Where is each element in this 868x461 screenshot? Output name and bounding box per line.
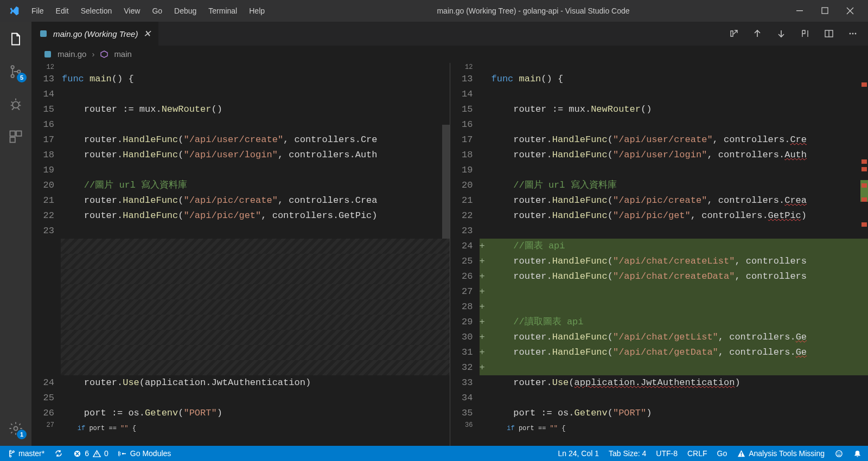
status-sync[interactable] [54, 449, 63, 458]
menu-view[interactable]: View [118, 4, 145, 17]
close-button[interactable] [846, 7, 856, 15]
overview-ruler [859, 63, 868, 446]
breadcrumb-symbol[interactable]: main [114, 49, 132, 59]
diff-modified-pane[interactable]: 1213141516171819202122232425262728293031… [450, 63, 869, 446]
tab-bar: main.go (Working Tree) ✕ [31, 22, 868, 46]
svg-point-14 [852, 33, 854, 35]
sync-icon [54, 449, 63, 458]
status-language[interactable]: Go [717, 449, 727, 458]
status-go-modules[interactable]: Go Modules [118, 449, 171, 458]
status-encoding[interactable]: UTF-8 [656, 449, 678, 458]
symbol-function-icon [100, 50, 108, 59]
scrollbar[interactable] [442, 125, 450, 239]
minimize-button[interactable] [796, 7, 806, 15]
warning-icon [92, 449, 101, 458]
split-editor-icon[interactable] [824, 28, 834, 39]
svg-point-13 [850, 33, 851, 35]
menu-bar: FileEditSelectionViewGoDebugTerminalHelp [26, 4, 270, 17]
window-title: main.go (Working Tree) - golang-api - Vi… [270, 7, 796, 15]
open-changes-icon[interactable] [728, 28, 739, 39]
status-indent[interactable]: Tab Size: 4 [609, 449, 646, 458]
git-branch-icon [7, 449, 15, 458]
title-bar: FileEditSelectionViewGoDebugTerminalHelp… [0, 0, 868, 22]
warning-icon [737, 449, 745, 458]
svg-point-21 [835, 450, 841, 456]
activity-bar: 5 1 [0, 22, 31, 446]
settings-badge: 1 [17, 430, 27, 439]
arrow-down-icon[interactable] [776, 28, 787, 39]
svg-point-15 [855, 33, 857, 35]
svg-rect-6 [10, 131, 15, 136]
diff-original-pane[interactable]: 12131415161718192021222324252627 func ma… [31, 63, 450, 446]
svg-rect-8 [10, 137, 15, 142]
smiley-icon [834, 449, 843, 458]
tab-label: main.go (Working Tree) [53, 29, 138, 39]
svg-point-2 [11, 66, 14, 68]
breadcrumb-file[interactable]: main.go [58, 49, 86, 59]
svg-point-5 [12, 101, 19, 108]
editor-actions [718, 22, 868, 46]
breadcrumb[interactable]: main.go › main [31, 46, 868, 63]
menu-terminal[interactable]: Terminal [203, 4, 242, 17]
window-controls [796, 7, 863, 15]
svg-rect-0 [796, 10, 803, 11]
status-feedback[interactable] [834, 449, 843, 458]
status-cursor[interactable]: Ln 24, Col 1 [558, 449, 599, 458]
debug-icon[interactable] [8, 97, 23, 112]
svg-point-23 [839, 452, 840, 453]
menu-go[interactable]: Go [146, 4, 168, 17]
error-icon [73, 449, 81, 458]
menu-selection[interactable]: Selection [75, 4, 118, 17]
status-problems[interactable]: 6 0 [73, 449, 108, 458]
status-analysis[interactable]: Analysis Tools Missing [737, 449, 825, 458]
broadcast-icon [118, 449, 127, 458]
svg-point-20 [741, 455, 742, 456]
status-eol[interactable]: CRLF [687, 449, 707, 458]
source-control-icon[interactable]: 5 [8, 64, 23, 79]
maximize-button[interactable] [821, 7, 831, 15]
svg-point-9 [14, 427, 18, 431]
more-actions-icon[interactable] [847, 28, 858, 39]
editor-area: main.go (Working Tree) ✕ main.go › [31, 22, 868, 446]
status-notifications[interactable] [853, 449, 861, 458]
bell-icon [853, 449, 861, 458]
explorer-icon[interactable] [8, 31, 23, 47]
settings-gear-icon[interactable]: 1 [8, 421, 23, 436]
status-branch[interactable]: master* [7, 449, 44, 458]
scm-badge: 5 [17, 73, 27, 82]
svg-rect-1 [822, 8, 828, 14]
svg-point-3 [11, 74, 14, 77]
status-bar: master* 6 0 Go Modules Ln 24, Col 1 Tab … [0, 446, 868, 461]
menu-debug[interactable]: Debug [169, 4, 202, 17]
svg-rect-16 [44, 51, 51, 57]
menu-help[interactable]: Help [244, 4, 270, 17]
svg-point-22 [837, 452, 838, 453]
svg-rect-7 [16, 131, 21, 136]
tab-close-icon[interactable]: ✕ [143, 28, 151, 40]
extensions-icon[interactable] [8, 129, 23, 144]
svg-rect-10 [40, 30, 47, 37]
tab-main-go[interactable]: main.go (Working Tree) ✕ [31, 22, 159, 46]
menu-edit[interactable]: Edit [50, 4, 74, 17]
go-file-icon [43, 50, 52, 59]
chevron-right-icon: › [92, 49, 94, 59]
diff-editor: 12131415161718192021222324252627 func ma… [31, 63, 868, 446]
menu-file[interactable]: File [26, 4, 49, 17]
arrow-up-icon[interactable] [752, 28, 763, 39]
go-file-icon [39, 29, 48, 38]
whitespace-icon[interactable] [800, 28, 810, 39]
vscode-logo-icon [9, 5, 20, 16]
